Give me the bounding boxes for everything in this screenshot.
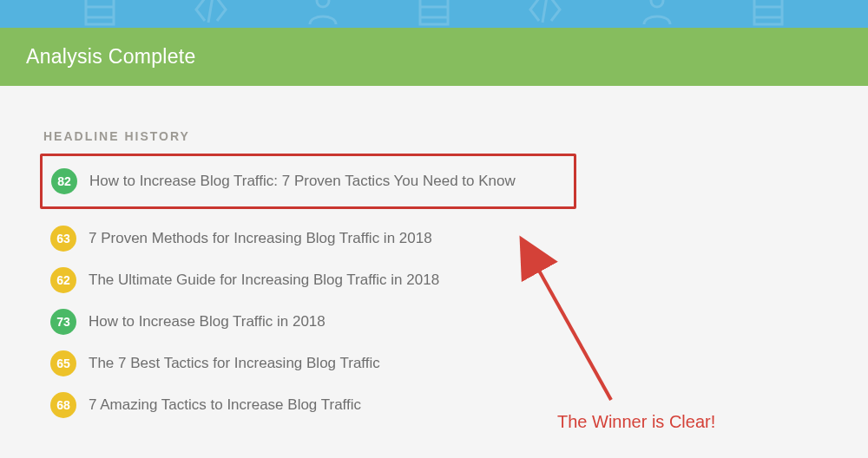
building-icon: [746, 0, 790, 28]
building-icon: [78, 0, 122, 28]
svg-rect-10: [754, 0, 782, 24]
headline-history-item[interactable]: 62 The Ultimate Guide for Increasing Blo…: [43, 259, 825, 301]
headline-text: The 7 Best Tactics for Increasing Blog T…: [89, 355, 380, 372]
headline-history-item[interactable]: 68 7 Amazing Tactics to Increase Blog Tr…: [43, 384, 825, 426]
status-banner: Analysis Complete: [0, 28, 868, 86]
section-heading: HEADLINE HISTORY: [43, 129, 825, 143]
svg-point-4: [317, 0, 329, 7]
headline-history-item[interactable]: 63 7 Proven Methods for Increasing Blog …: [43, 218, 825, 259]
content-area: HEADLINE HISTORY 82 How to Increase Blog…: [0, 86, 868, 426]
building-icon: [412, 0, 456, 28]
headline-history-list: 82 How to Increase Blog Traffic: 7 Prove…: [43, 155, 825, 426]
score-badge: 68: [50, 392, 76, 418]
headline-text: How to Increase Blog Traffic: 7 Proven T…: [89, 173, 516, 190]
score-badge: 82: [51, 168, 77, 194]
people-icon: [635, 0, 679, 28]
svg-rect-0: [86, 0, 114, 24]
headline-text: 7 Proven Methods for Increasing Blog Tra…: [89, 230, 432, 247]
score-badge: 73: [50, 309, 76, 335]
people-icon: [301, 0, 345, 28]
top-decorative-bar: [0, 0, 868, 28]
headline-history-item[interactable]: 65 The 7 Best Tactics for Increasing Blo…: [43, 343, 825, 384]
code-brackets-icon: [523, 0, 567, 28]
svg-rect-5: [420, 0, 448, 24]
headline-text: The Ultimate Guide for Increasing Blog T…: [89, 272, 439, 289]
headline-history-item[interactable]: 82 How to Increase Blog Traffic: 7 Prove…: [40, 154, 576, 209]
svg-line-8: [542, 0, 547, 23]
headline-history-item[interactable]: 73 How to Increase Blog Traffic in 2018: [43, 301, 825, 343]
headline-text: How to Increase Blog Traffic in 2018: [89, 313, 326, 330]
score-badge: 65: [50, 350, 76, 376]
score-badge: 63: [50, 226, 76, 252]
code-brackets-icon: [189, 0, 233, 28]
svg-point-9: [651, 0, 663, 7]
score-badge: 62: [50, 267, 76, 293]
headline-text: 7 Amazing Tactics to Increase Blog Traff…: [89, 396, 361, 414]
svg-line-3: [208, 0, 213, 23]
status-text: Analysis Complete: [26, 45, 196, 68]
